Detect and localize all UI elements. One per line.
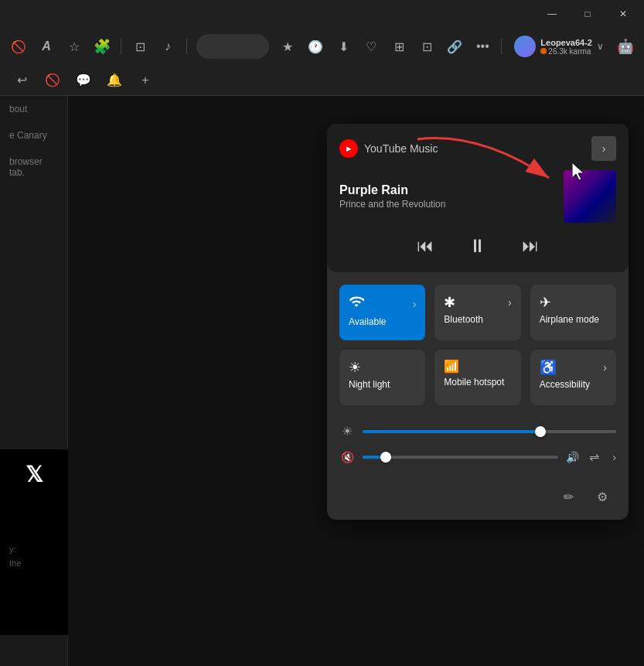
message-icon[interactable]: 💬: [71, 68, 96, 93]
hotspot-tile-icons: 📶: [444, 359, 511, 374]
wifi-label: Available: [349, 316, 386, 327]
toggle-grid: › Available ✱ › Bluetooth ✈ Airplane mod…: [327, 272, 629, 418]
settings-icon: ⚙: [597, 490, 608, 504]
slider-section: ☀ 🔇 🔊 ⇌ ›: [327, 418, 629, 476]
tab-actions-icon[interactable]: ⊡: [414, 34, 439, 59]
airplane-tile[interactable]: ✈ Airplane mode: [530, 285, 616, 340]
profile-name: Leopeva64-2: [540, 38, 592, 47]
minimize-button[interactable]: —: [534, 0, 570, 28]
media-body: Purple Rain Prince and the Revolution: [339, 170, 616, 223]
edit-icon: ✏: [564, 490, 574, 504]
secondary-toolbar: ↩ 🚫 💬 🔔 +: [0, 65, 644, 96]
nightlight-label: Night light: [349, 379, 390, 390]
airplane-tile-icons: ✈: [540, 294, 607, 311]
bluetooth-icon: ✱: [444, 294, 455, 311]
font-icon[interactable]: A: [34, 34, 59, 59]
expand-profile-icon: ∨: [597, 41, 604, 52]
back-icon[interactable]: ↩: [9, 68, 34, 93]
sidebar-bottom-text: y:the: [0, 534, 68, 577]
collections-icon[interactable]: ⊡: [128, 34, 152, 59]
refresh-icon[interactable]: 🚫: [40, 68, 65, 93]
media-controls: ⏮ ⏸ ⏭: [339, 232, 616, 260]
volume-slider-row: 🔇 🔊 ⇌ ›: [339, 449, 616, 464]
airplane-label: Airplane mode: [540, 314, 599, 325]
favorites-icon[interactable]: ☆: [62, 34, 87, 59]
bluetooth-tile[interactable]: ✱ › Bluetooth: [434, 285, 520, 340]
media-info: Purple Rain Prince and the Revolution: [339, 183, 564, 210]
accessibility-tile-icons: ♿ ›: [540, 359, 607, 376]
settings-button[interactable]: ⚙: [588, 483, 616, 511]
close-button[interactable]: ✕: [605, 0, 641, 28]
separator-1: [121, 39, 121, 54]
album-art-image: [564, 170, 616, 223]
add-icon[interactable]: +: [133, 68, 158, 93]
edit-button[interactable]: ✏: [554, 483, 582, 511]
track-title: Purple Rain: [339, 183, 564, 197]
browser-toolbar: 🚫 A ☆ 🧩 ⊡ ♪ ★ 🕐 ⬇ ♡ ⊞ ⊡ 🔗 ••• Leopeva64-…: [0, 28, 644, 65]
volume-icon: 🔊: [566, 451, 581, 463]
heart-icon[interactable]: ♡: [359, 34, 383, 59]
next-button[interactable]: ⏭: [516, 232, 544, 260]
volume-expand-icon[interactable]: ›: [612, 451, 616, 463]
address-bar[interactable]: [196, 34, 269, 59]
hotspot-tile[interactable]: 📶 Mobile hotspot: [434, 350, 520, 405]
expand-media-button[interactable]: ›: [591, 136, 616, 161]
sidebar-item-browser[interactable]: browsertab.: [0, 149, 67, 186]
brightness-slider-row: ☀: [339, 424, 616, 439]
profile-karma: 26.3k karma: [540, 47, 592, 56]
prev-button[interactable]: ⏮: [411, 232, 439, 260]
volume-settings-icon[interactable]: ⇌: [589, 449, 605, 464]
accessibility-tile[interactable]: ♿ › Accessibility: [530, 350, 616, 405]
track-artist: Prince and the Revolution: [339, 199, 564, 210]
no-tracking-icon[interactable]: 🚫: [6, 34, 31, 59]
maximize-button[interactable]: □: [570, 0, 605, 28]
music-icon[interactable]: ♪: [155, 34, 180, 59]
media-player: ▶ YouTube Music › Purple Rain Prince and…: [327, 124, 629, 272]
nightlight-icon: ☀: [349, 359, 361, 376]
brightness-thumb[interactable]: [535, 426, 546, 437]
media-header: ▶ YouTube Music ›: [339, 136, 616, 161]
star-icon[interactable]: ★: [275, 34, 300, 59]
bluetooth-tile-icons: ✱ ›: [444, 294, 511, 311]
accessibility-chevron-icon: ›: [603, 361, 607, 374]
copilot-icon[interactable]: 🤖: [613, 34, 638, 59]
nightlight-tile-icons: ☀: [349, 359, 416, 376]
play-pause-button[interactable]: ⏸: [464, 232, 492, 260]
x-logo: 𝕏: [26, 462, 43, 487]
volume-track[interactable]: [363, 456, 558, 459]
separator-2: [186, 39, 187, 54]
sidebar-item-about[interactable]: bout: [0, 96, 67, 122]
nightlight-tile[interactable]: ☀ Night light: [339, 350, 425, 405]
volume-mute-icon: 🔇: [339, 451, 355, 463]
avatar: [514, 36, 536, 57]
sidebar-item-canary[interactable]: e Canary: [0, 122, 67, 149]
share-icon[interactable]: 🔗: [442, 34, 467, 59]
profile-info: Leopeva64-2 26.3k karma: [540, 38, 592, 56]
accessibility-label: Accessibility: [540, 379, 590, 390]
apps-icon[interactable]: ⊞: [387, 34, 411, 59]
brightness-track[interactable]: [363, 430, 616, 433]
wifi-tile-icons: ›: [349, 294, 416, 313]
bluetooth-label: Bluetooth: [444, 314, 483, 325]
karma-dot: [540, 48, 547, 54]
downloads-icon[interactable]: ⬇: [331, 34, 356, 59]
title-bar: — □ ✕: [0, 0, 644, 28]
wifi-chevron-icon: ›: [413, 298, 417, 310]
brightness-icon: ☀: [339, 424, 355, 439]
wifi-tile[interactable]: › Available: [339, 285, 425, 340]
more-icon[interactable]: •••: [470, 34, 495, 59]
album-art: [564, 170, 616, 223]
hotspot-icon: 📶: [444, 359, 459, 374]
wifi-icon: [349, 294, 364, 313]
panel-footer: ✏ ⚙: [327, 476, 629, 520]
separator-3: [501, 39, 502, 54]
profile-area[interactable]: Leopeva64-2 26.3k karma ∨: [508, 32, 610, 60]
extensions-icon[interactable]: 🧩: [90, 34, 114, 59]
media-app-name: YouTube Music: [364, 142, 585, 155]
toggle-row-2: ☀ Night light 📶 Mobile hotspot ♿ › Acces…: [339, 350, 616, 405]
toggle-row-1: › Available ✱ › Bluetooth ✈ Airplane mod…: [339, 285, 616, 340]
bell-icon[interactable]: 🔔: [102, 68, 127, 93]
history-icon[interactable]: 🕐: [303, 34, 328, 59]
quick-settings-panel: ▶ YouTube Music › Purple Rain Prince and…: [327, 124, 629, 520]
volume-thumb[interactable]: [380, 452, 391, 463]
